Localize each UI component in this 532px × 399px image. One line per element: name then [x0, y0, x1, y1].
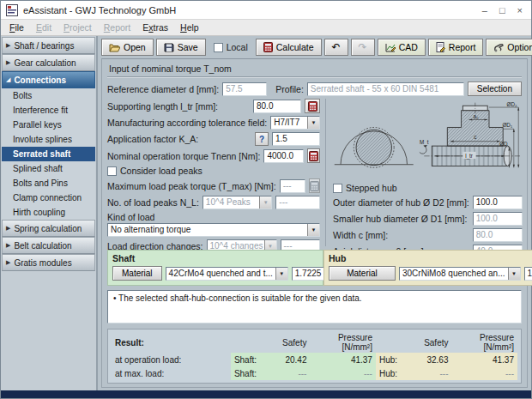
application-factor-help-button[interactable]: ? — [255, 132, 269, 146]
smaller-diameter-d1-label: Smaller hub diameter Ø D1 [mm]: — [333, 214, 469, 224]
options-button[interactable]: Options — [486, 39, 532, 56]
chevron-down-icon[interactable]: ▼ — [307, 224, 319, 236]
chevron-down-icon[interactable]: ▼ — [307, 117, 319, 129]
shaft-cell-label: Shaft: — [231, 353, 267, 366]
sidebar: ▶Shaft / bearings ▶Gear calculation ◢Con… — [1, 36, 98, 390]
cad-button[interactable]: CAD — [378, 39, 426, 56]
row-label: at operation load: — [112, 353, 231, 366]
local-checkbox[interactable] — [214, 43, 223, 52]
undo-button[interactable]: ↶ — [324, 39, 348, 56]
tolerance-field-label: Manufacturing according tolerance field: — [107, 118, 267, 128]
hub-material-panel: Hub Material 30CrNiMo8 quenched an...▼ 1… — [323, 250, 532, 286]
message-box: • The selected shaft-hub-connection is s… — [107, 290, 522, 323]
shaft-material-panel: Shaft Material 42CrMo4 quenched and t...… — [107, 250, 323, 286]
supporting-length-field[interactable]: 80.0 — [253, 100, 301, 113]
sidebar-item-serrated-shaft[interactable]: Serrated shaft — [2, 147, 95, 161]
content-panel: Input of nominal torque T_nom Reference … — [101, 58, 528, 388]
hub-title: Hub — [329, 253, 532, 263]
app-window: eAssistant - GWJ Technology GmbH – □ × F… — [0, 0, 532, 399]
sidebar-item-parallel-keys[interactable]: Parallel keys — [2, 118, 95, 132]
maximize-icon[interactable]: □ — [499, 5, 505, 15]
shaft-cell-label: Shaft: — [231, 366, 267, 380]
chevron-right-icon: ▶ — [6, 59, 10, 66]
smaller-diameter-d1-field: 100.0 — [473, 212, 523, 226]
cad-icon — [385, 43, 396, 52]
calculator-icon — [310, 181, 319, 191]
menu-extras[interactable]: Extras — [137, 21, 173, 34]
shaft-material-dropdown[interactable]: 42CrMo4 quenched and t...▼ — [166, 267, 288, 281]
sidebar-group-gear-calculation[interactable]: ▶Gear calculation — [2, 54, 95, 71]
hub-pressure-header: Pressure [N/mm²] — [451, 332, 517, 353]
hub-material-number-dropdown[interactable]: 1.6580▼ — [524, 267, 532, 281]
chevron-right-icon: ▶ — [6, 42, 10, 49]
report-button[interactable]: Report — [428, 39, 484, 56]
hub-pressure-value: --- — [451, 366, 517, 380]
reference-diameter-field: 57.5 — [222, 82, 267, 96]
sidebar-item-hirth-coupling[interactable]: Hirth coupling — [2, 205, 95, 220]
shaft-title: Shaft — [112, 253, 318, 263]
application-factor-field[interactable]: 1.5 — [272, 132, 320, 146]
stepped-hub-label: Stepped hub — [346, 183, 397, 193]
chevron-right-icon: ▶ — [6, 242, 10, 249]
shaft-safety-value: 20.42 — [267, 353, 310, 366]
width-c-field: 80.0 — [473, 228, 523, 242]
calculate-button[interactable]: Calculate — [256, 39, 322, 56]
tolerance-dropdown[interactable]: H7/IT7▼ — [270, 116, 320, 130]
shaft-hub-diagram: a₀ c l_tr M_t — [333, 99, 523, 179]
hub-material-button[interactable]: Material — [329, 266, 396, 281]
shaft-material-button[interactable]: Material — [112, 266, 162, 281]
hub-column: a₀ c l_tr M_t — [325, 99, 523, 246]
supporting-length-label: Supporting length l_tr [mm]: — [107, 101, 250, 112]
shaft-pressure-value: 41.37 — [310, 353, 375, 366]
shaft-safety-header: Safety — [267, 332, 310, 353]
sidebar-group-gratis-modules[interactable]: ▶Gratis modules — [2, 254, 95, 271]
sidebar-item-bolts[interactable]: Bolts — [2, 88, 95, 103]
sidebar-item-involute-splines[interactable]: Involute splines — [2, 132, 95, 147]
menu-project: Project — [58, 21, 97, 34]
load-peaks-field: --- — [275, 196, 320, 209]
sidebar-item-bolts-and-pins[interactable]: Bolts and Pins — [2, 176, 95, 190]
outer-diameter-d2-field[interactable]: 100.0 — [473, 196, 523, 209]
sidebar-group-shaft-bearings[interactable]: ▶Shaft / bearings — [2, 37, 95, 54]
minimize-icon[interactable]: – — [482, 5, 487, 15]
close-icon[interactable]: × — [517, 5, 523, 15]
shaft-pressure-header: Pressure [N/mm²] — [310, 332, 375, 353]
stepped-hub-checkbox[interactable] — [333, 184, 342, 193]
sidebar-item-clamp-connection[interactable]: Clamp connection — [2, 190, 95, 205]
sidebar-item-splined-shaft[interactable]: Splined shaft — [2, 161, 95, 176]
chevron-down-icon[interactable]: ▼ — [275, 268, 287, 280]
consider-load-peaks-checkbox[interactable] — [107, 166, 117, 176]
menu-help[interactable]: Help — [175, 21, 204, 34]
hub-material-dropdown[interactable]: 30CrNiMo8 quenched an...▼ — [399, 267, 521, 281]
dim-label-mt: M_t — [420, 139, 429, 146]
width-c-label: Width c [mm]: — [333, 230, 469, 240]
max-peak-torque-field: --- — [280, 179, 305, 193]
sidebar-group-spring-calculation[interactable]: ▶Spring calculation — [2, 220, 95, 237]
open-button[interactable]: Open — [101, 39, 154, 56]
sidebar-item-interference-fit[interactable]: Interference fit — [2, 103, 95, 118]
nominal-torque-calculator-button[interactable] — [307, 148, 320, 163]
nominal-torque-field[interactable]: 4000.0 — [263, 149, 304, 163]
open-folder-icon — [109, 43, 120, 52]
chevron-down-icon[interactable]: ▼ — [508, 268, 520, 280]
selection-button[interactable]: Selection — [468, 82, 522, 96]
dim-label-c: c — [474, 134, 476, 140]
shaft-safety-value: --- — [267, 366, 310, 380]
load-peaks-label: No. of load peaks N_L: — [107, 197, 199, 208]
reference-diameter-label: Reference diameter d [mm]: — [107, 84, 219, 94]
sidebar-group-belt-calculation[interactable]: ▶Belt calculation — [2, 237, 95, 254]
hub-safety-value: --- — [408, 366, 451, 380]
dim-label-d: ØD — [499, 141, 508, 147]
sidebar-group-connections[interactable]: ◢Connections — [2, 71, 95, 88]
outer-diameter-d2-label: Outer diameter of hub Ø D2 [mm]: — [333, 197, 469, 208]
reference-profile-row: Reference diameter d [mm]: 57.5 Profile:… — [107, 82, 522, 96]
menu-file[interactable]: File — [4, 21, 29, 34]
save-button[interactable]: Save — [156, 39, 206, 56]
kind-of-load-dropdown[interactable]: No alternating torque▼ — [107, 223, 320, 237]
dim-label-d1: ØD₁ — [502, 122, 512, 128]
dim-label-ltr: l_tr — [465, 153, 473, 160]
supporting-length-calculator-button[interactable] — [305, 99, 320, 113]
calculator-icon — [309, 151, 318, 161]
result-row-operation: at operation load: Shaft: 20.42 41.37 Hu… — [112, 353, 517, 366]
result-header-row: Result: Safety Pressure [N/mm²] Safety P… — [112, 332, 517, 353]
